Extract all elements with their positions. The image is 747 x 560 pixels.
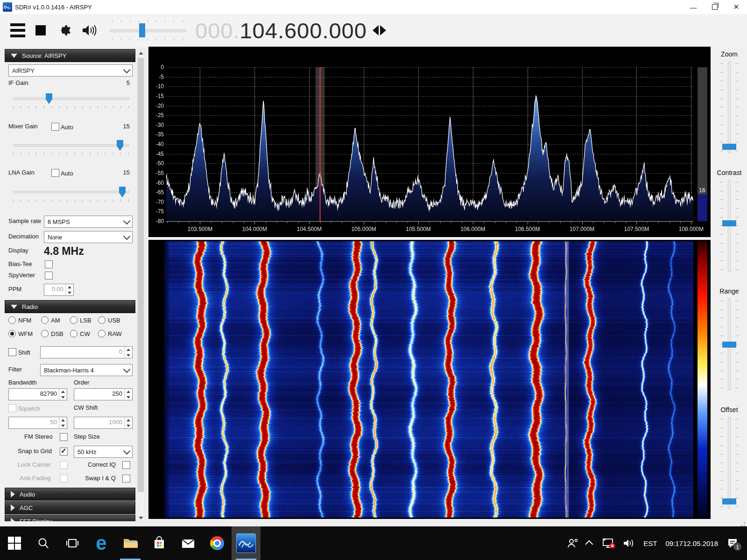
mixer-gain-auto-checkbox[interactable]	[51, 123, 59, 131]
source-panel-header[interactable]: Source: AIRSPY	[5, 49, 135, 62]
contrast-slider[interactable]	[712, 180, 747, 272]
mode-radio-cw[interactable]: CW	[70, 330, 90, 337]
settings-gear-icon[interactable]	[56, 23, 71, 38]
order-spinner[interactable]: 250	[74, 388, 133, 400]
lock-carrier-checkbox[interactable]	[60, 461, 68, 469]
ppm-spinner[interactable]: 0.00	[44, 284, 74, 296]
spin-down-icon[interactable]	[125, 423, 132, 428]
volume-slider-thumb[interactable]	[139, 23, 145, 37]
taskbar-sdrsharp-button[interactable]	[232, 526, 261, 560]
swap-iq-checkbox[interactable]	[122, 475, 130, 483]
taskbar-clock[interactable]: 09:17 12.05.2018	[665, 539, 718, 548]
shift-spinner[interactable]: 0	[40, 346, 133, 358]
mode-radio-usb[interactable]: USB	[98, 316, 120, 324]
display-bandwidth-label: Display	[8, 247, 28, 254]
sidebar-scrollbar[interactable]	[137, 49, 145, 522]
mode-radio-wfm[interactable]: WFM	[8, 330, 33, 337]
if-gain-slider[interactable]	[13, 93, 129, 107]
spin-down-icon[interactable]	[59, 423, 67, 428]
spin-up-icon[interactable]	[59, 389, 67, 394]
audio-panel-header[interactable]: Audio	[5, 488, 135, 501]
scroll-down-icon[interactable]	[139, 517, 143, 519]
tray-expand-chevron-icon[interactable]	[587, 540, 593, 546]
contrast-slider-thumb[interactable]	[722, 220, 736, 226]
menu-icon[interactable]	[10, 22, 25, 39]
lna-gain-slider-thumb[interactable]	[119, 187, 126, 197]
task-view-button[interactable]	[58, 526, 87, 560]
spin-down-icon[interactable]	[125, 352, 132, 358]
scroll-up-icon[interactable]	[139, 52, 143, 55]
taskbar-search-button[interactable]	[29, 526, 58, 560]
spyverter-checkbox[interactable]	[45, 272, 53, 280]
frequency-value[interactable]: 104.600.000	[240, 18, 366, 43]
tray-volume-icon[interactable]	[623, 538, 635, 548]
cw-shift-spinner[interactable]: 1000	[74, 417, 133, 429]
mode-radio-nfm[interactable]: NFM	[8, 316, 31, 324]
bias-tee-checkbox[interactable]	[45, 260, 53, 268]
scrollbar-thumb[interactable]	[138, 58, 144, 492]
frequency-step-up-icon[interactable]	[380, 25, 386, 35]
mode-radio-dsb[interactable]: DSB	[41, 330, 63, 337]
minimize-button[interactable]: —	[683, 0, 704, 14]
spin-down-icon[interactable]	[66, 290, 73, 295]
spin-down-icon[interactable]	[59, 394, 67, 400]
taskbar-file-explorer-button[interactable]	[116, 526, 145, 560]
spin-up-icon[interactable]	[125, 347, 132, 352]
offset-slider-thumb[interactable]	[722, 498, 736, 504]
spin-up-icon[interactable]	[66, 284, 73, 290]
restore-button[interactable]	[704, 0, 726, 14]
spin-up-icon[interactable]	[125, 417, 132, 423]
mixer-gain-slider[interactable]	[13, 140, 129, 154]
start-button[interactable]	[0, 526, 29, 560]
stop-button[interactable]	[35, 25, 46, 35]
network-status-icon[interactable]	[601, 538, 614, 549]
spectrum-display[interactable]	[148, 47, 711, 237]
edge-icon: e	[96, 534, 106, 553]
shift-checkbox[interactable]	[8, 348, 16, 356]
step-size-select[interactable]: 50 kHz	[74, 446, 133, 458]
mixer-gain-slider-thumb[interactable]	[117, 140, 123, 151]
fm-stereo-checkbox[interactable]	[60, 433, 68, 441]
language-indicator[interactable]: EST	[643, 539, 657, 547]
filter-select[interactable]: Blackman-Harris 4	[40, 364, 133, 376]
mode-radio-am[interactable]: AM	[41, 316, 60, 324]
radio-panel-header[interactable]: Radio	[5, 300, 135, 313]
zoom-slider[interactable]	[712, 62, 747, 153]
spin-down-icon[interactable]	[125, 394, 132, 400]
mode-radio-lsb[interactable]: LSB	[70, 316, 92, 324]
correct-iq-checkbox[interactable]	[122, 461, 130, 469]
range-slider-thumb[interactable]	[722, 342, 736, 348]
taskbar-store-button[interactable]	[145, 526, 174, 560]
frequency-step-down-icon[interactable]	[373, 25, 379, 35]
snap-to-grid-checkbox[interactable]	[60, 448, 68, 455]
taskbar-mail-button[interactable]	[174, 526, 203, 560]
source-device-select[interactable]: AIRSPY	[8, 64, 133, 77]
squelch-spinner[interactable]: 50	[8, 417, 67, 429]
close-button[interactable]: ✕	[726, 0, 747, 14]
range-slider[interactable]	[712, 299, 747, 390]
lna-gain-auto-checkbox[interactable]	[51, 169, 59, 177]
fft-display-panel-header[interactable]: FFT Display	[5, 515, 135, 521]
mode-radio-raw[interactable]: RAW	[98, 330, 122, 337]
if-gain-slider-thumb[interactable]	[46, 93, 52, 104]
waterfall-display[interactable]	[148, 240, 711, 519]
decimation-select[interactable]: None	[44, 231, 133, 243]
volume-slider[interactable]	[110, 20, 185, 41]
taskbar-edge-button[interactable]: e	[87, 526, 116, 560]
agc-panel-header[interactable]: AGC	[5, 501, 135, 514]
lna-gain-slider[interactable]	[13, 187, 129, 201]
notification-center-button[interactable]: 1	[726, 538, 739, 549]
people-icon[interactable]	[567, 538, 579, 549]
sample-rate-select[interactable]: 6 MSPS	[44, 216, 133, 228]
frequency-display[interactable]: 000.104.600.000	[195, 18, 367, 43]
zoom-slider-thumb[interactable]	[722, 144, 736, 150]
anti-fading-checkbox[interactable]	[60, 475, 68, 483]
spin-up-icon[interactable]	[59, 417, 67, 423]
taskbar-chrome-button[interactable]	[203, 526, 232, 560]
spin-up-icon[interactable]	[125, 389, 132, 394]
bandwidth-spinner[interactable]: 82790	[8, 388, 67, 400]
resize-grip[interactable]	[739, 520, 745, 526]
squelch-checkbox[interactable]	[8, 404, 16, 412]
audio-mute-icon[interactable]	[81, 23, 97, 37]
offset-slider[interactable]	[712, 417, 747, 509]
